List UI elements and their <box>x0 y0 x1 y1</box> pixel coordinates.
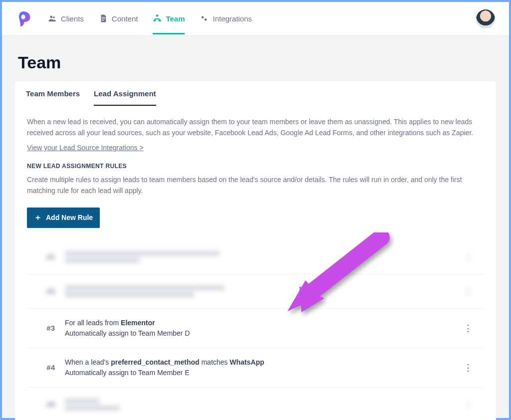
avatar[interactable] <box>476 9 495 28</box>
nav-content[interactable]: Content <box>99 3 138 34</box>
nav-clients[interactable]: Clients <box>48 3 84 34</box>
nav-team-label: Team <box>166 14 185 23</box>
svg-rect-3 <box>102 18 105 19</box>
tab-team-members[interactable]: Team Members <box>26 81 80 106</box>
svg-point-8 <box>202 16 204 19</box>
rule-menu-icon[interactable]: ⋮ <box>462 362 474 373</box>
nav-clients-label: Clients <box>61 14 84 23</box>
add-new-rule-button[interactable]: ＋ Add New Rule <box>27 208 100 228</box>
document-icon <box>99 14 108 23</box>
svg-point-1 <box>53 16 55 18</box>
rule-menu-icon[interactable]: ⋮ <box>462 323 474 334</box>
svg-point-0 <box>50 16 52 18</box>
gears-icon <box>200 14 209 23</box>
rules-section-heading: NEW LEAD ASSIGNMENT RULES <box>27 163 484 170</box>
nav-integrations-label: Integrations <box>213 14 252 23</box>
rule-text: For all leads from Elementor Automatical… <box>65 318 452 339</box>
rule-row[interactable]: #5 ⋮ <box>27 388 484 420</box>
sitemap-icon <box>153 14 162 23</box>
view-lead-source-integrations-link[interactable]: View your Lead Source Integrations > <box>27 144 144 152</box>
nav-team[interactable]: Team <box>153 3 185 34</box>
rule-number: #3 <box>37 324 55 332</box>
rule-menu-icon[interactable]: ⋮ <box>462 399 474 410</box>
tabstrip: Team Members Lead Assignment <box>15 81 167 106</box>
users-icon <box>48 14 57 23</box>
rule-text: When a lead's preferred_contact_method m… <box>65 357 452 378</box>
rule-menu-icon[interactable]: ⋮ <box>462 251 474 262</box>
tab-lead-assignment[interactable]: Lead Assignment <box>94 81 156 106</box>
rule-menu-icon[interactable]: ⋮ <box>462 286 474 297</box>
svg-rect-7 <box>159 19 161 21</box>
svg-point-9 <box>205 18 207 21</box>
svg-rect-4 <box>102 20 104 20</box>
rule-row[interactable]: #3 For all leads from Elementor Automati… <box>27 309 484 348</box>
nav-integrations[interactable]: Integrations <box>200 3 252 34</box>
rule-row[interactable]: #4 When a lead's preferred_contact_metho… <box>27 348 484 388</box>
lead-assignment-description: When a new lead is received, you can aut… <box>27 117 484 138</box>
page-title: Team <box>18 53 496 72</box>
svg-rect-2 <box>102 17 105 17</box>
svg-rect-6 <box>154 19 156 21</box>
plus-icon: ＋ <box>34 212 42 223</box>
svg-rect-5 <box>156 15 159 17</box>
nav-content-label: Content <box>112 14 138 23</box>
rules-section-description: Create multiple rules to assign leads to… <box>27 175 484 196</box>
rule-number: #4 <box>37 363 55 372</box>
rule-row[interactable]: #1 ⋮ <box>27 240 484 274</box>
app-logo <box>16 10 31 27</box>
rules-list: #1 ⋮ #2 ⋮ #3 <box>27 240 484 420</box>
rule-row[interactable]: #2 ⋮ <box>27 274 484 309</box>
